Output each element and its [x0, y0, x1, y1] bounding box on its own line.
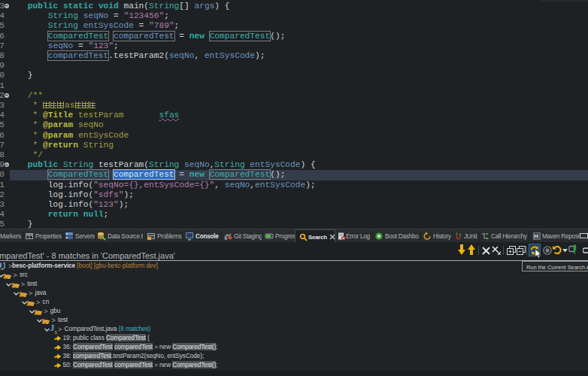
svg-text:s: s	[1, 265, 3, 270]
